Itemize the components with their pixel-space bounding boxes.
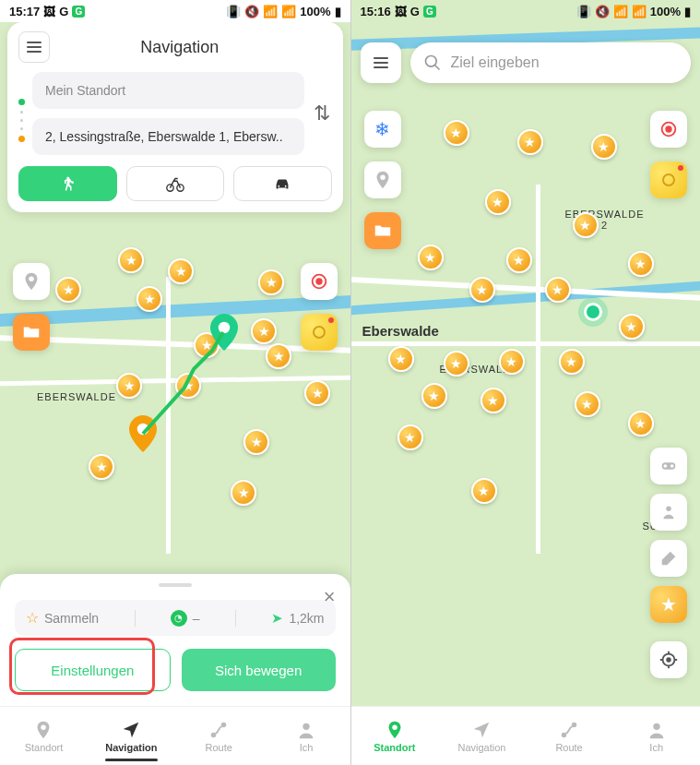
bike-icon xyxy=(165,173,185,194)
svg-point-14 xyxy=(380,175,386,181)
wifi-icon: 📶 xyxy=(613,5,628,18)
status-left: 15:17 🖼 G G xyxy=(9,5,85,18)
record-button[interactable] xyxy=(301,263,338,300)
map-marker-star[interactable] xyxy=(619,314,645,340)
map-marker-star[interactable] xyxy=(591,134,617,160)
app-badge-icon: G xyxy=(423,6,436,18)
map-marker-star[interactable] xyxy=(628,411,654,436)
snow-button[interactable]: ❄ xyxy=(364,111,401,148)
from-field[interactable]: Mein Standort xyxy=(32,72,304,109)
svg-point-2 xyxy=(29,277,34,282)
svg-point-24 xyxy=(392,724,397,730)
map-marker-star[interactable] xyxy=(388,346,414,372)
menu-button[interactable] xyxy=(361,42,401,83)
map[interactable]: Eberswalde EBERSWALDE EBERSWALDE 2 SÜDEN xyxy=(351,0,701,765)
map-marker-star[interactable] xyxy=(418,245,444,270)
map-marker-star[interactable] xyxy=(444,351,469,377)
close-button[interactable]: × xyxy=(324,585,336,609)
tab-label: Ich xyxy=(649,742,663,753)
map-marker-star[interactable] xyxy=(469,277,495,303)
app-badge-icon: G xyxy=(72,6,85,18)
battery-icon: ▮ xyxy=(335,5,341,18)
mode-bike-tab[interactable] xyxy=(126,166,225,201)
g-icon: G xyxy=(410,5,420,18)
layer-gray-button[interactable] xyxy=(13,263,50,300)
map-marker-star[interactable] xyxy=(421,383,447,409)
bottom-nav: Standort Navigation Route Ich xyxy=(0,706,350,765)
map-marker-star[interactable] xyxy=(573,212,599,238)
navigation-card: Navigation Mein Standort 2, Lessingstraß… xyxy=(7,22,343,212)
folder-button[interactable] xyxy=(364,212,401,249)
layer-gray-button[interactable] xyxy=(364,161,401,198)
person-icon xyxy=(647,720,667,740)
settings-button[interactable]: Einstellungen xyxy=(15,649,171,691)
map-marker-star[interactable] xyxy=(628,251,654,277)
sheet-handle[interactable] xyxy=(159,583,192,587)
image-icon: 🖼 xyxy=(43,5,55,18)
map-marker-star[interactable] xyxy=(471,478,497,504)
svg-point-18 xyxy=(664,464,668,468)
map-marker-star[interactable] xyxy=(506,247,532,273)
to-field[interactable]: 2, Lessingstraße, Eberswalde 1, Ebersw.. xyxy=(32,118,304,155)
image-icon: 🖼 xyxy=(395,5,407,18)
route-sheet: × ☆ Sammeln ◔ – ➤ 1,2km Einstellungen Si… xyxy=(0,574,350,706)
signal-icon: 📶 xyxy=(281,5,296,18)
mute-icon: 🔇 xyxy=(244,5,259,18)
distance-stat: ➤ 1,2km xyxy=(271,610,324,627)
vibrate-icon: 📳 xyxy=(226,5,241,18)
person-button[interactable] xyxy=(650,494,687,531)
tab-standort[interactable]: Standort xyxy=(351,707,439,765)
current-location-dot xyxy=(584,303,602,321)
tab-route[interactable]: Route xyxy=(526,707,613,765)
battery-pct: 100% xyxy=(300,5,330,18)
status-time: 15:17 xyxy=(9,5,40,18)
time-stat: ◔ – xyxy=(171,610,200,627)
location-icon xyxy=(385,720,405,740)
star-icon: ☆ xyxy=(26,609,39,627)
tab-navigation[interactable]: Navigation xyxy=(438,707,526,765)
search-input[interactable]: Ziel eingeben xyxy=(410,42,692,83)
swap-button[interactable]: ⇅ xyxy=(312,102,332,126)
record-button[interactable] xyxy=(650,111,687,148)
map-marker-star[interactable] xyxy=(397,424,423,450)
tab-label: Route xyxy=(555,742,582,753)
tab-standort[interactable]: Standort xyxy=(0,707,88,765)
svg-point-19 xyxy=(670,464,674,468)
star-orange-button[interactable]: ★ xyxy=(650,586,687,623)
svg-point-20 xyxy=(666,507,671,512)
status-bar: 15:16 🖼 G G 📳 🔇 📶 📶 100% ▮ xyxy=(351,0,701,22)
status-right: 📳 🔇 📶 📶 100% ▮ xyxy=(576,5,691,18)
tab-route[interactable]: Route xyxy=(175,707,263,765)
map-marker-star[interactable] xyxy=(517,129,543,155)
tab-navigation[interactable]: Navigation xyxy=(88,707,175,765)
pokestop-button[interactable] xyxy=(301,314,338,351)
svg-point-9 xyxy=(285,185,287,187)
map-marker-star[interactable] xyxy=(499,349,525,375)
svg-point-4 xyxy=(315,278,322,284)
tab-ich[interactable]: Ich xyxy=(612,707,700,765)
map-marker-star[interactable] xyxy=(559,349,585,375)
tab-ich[interactable]: Ich xyxy=(263,707,350,765)
mode-walk-tab[interactable] xyxy=(18,166,117,201)
tool-button[interactable] xyxy=(650,540,687,577)
svg-point-7 xyxy=(177,185,184,191)
clock-icon: ◔ xyxy=(171,610,187,627)
menu-button[interactable] xyxy=(18,31,50,63)
map-marker-star[interactable] xyxy=(481,388,506,413)
nav-arrow-icon: ➤ xyxy=(271,610,283,627)
move-button[interactable]: Sich bewegen xyxy=(182,649,336,691)
tab-label: Standort xyxy=(25,742,64,753)
folder-button[interactable] xyxy=(13,314,50,351)
svg-point-16 xyxy=(665,126,671,132)
pokestop-button[interactable] xyxy=(650,161,687,198)
map-marker-star[interactable] xyxy=(575,391,600,417)
location-icon xyxy=(33,720,53,740)
map-marker-star[interactable] xyxy=(444,120,469,146)
vibrate-icon: 📳 xyxy=(576,5,591,18)
joystick-button[interactable] xyxy=(650,448,687,484)
locate-button[interactable] xyxy=(650,641,687,678)
search-row: Ziel eingeben xyxy=(361,42,692,83)
mode-car-tab[interactable] xyxy=(233,166,332,201)
map-marker-star[interactable] xyxy=(545,277,571,303)
map-marker-star[interactable] xyxy=(485,189,511,215)
